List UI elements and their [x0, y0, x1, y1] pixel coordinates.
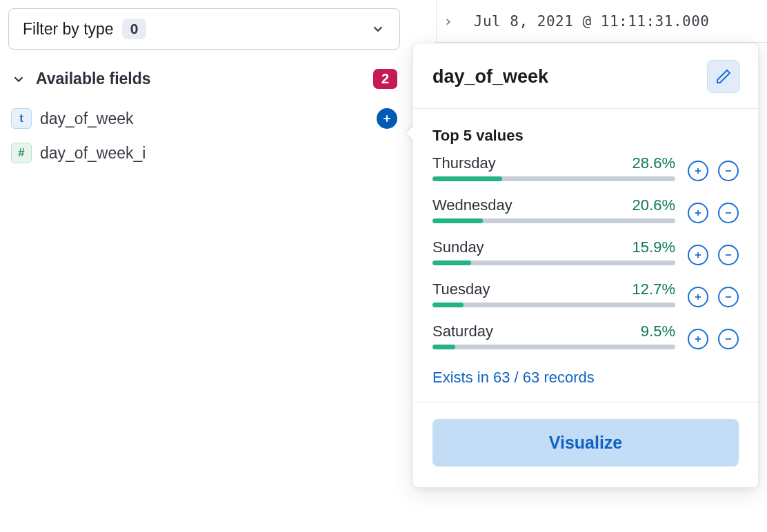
field-item-day_of_week_i[interactable]: #day_of_week_i — [8, 136, 400, 170]
filter-by-type-dropdown[interactable]: Filter by type 0 — [8, 8, 400, 50]
value-bar — [432, 176, 675, 181]
expand-caret-icon[interactable]: › — [444, 12, 453, 30]
minus-icon — [724, 208, 733, 218]
minus-icon — [724, 292, 733, 302]
plus-icon — [693, 292, 703, 302]
value-bar — [432, 345, 675, 349]
filter-out-value-button[interactable] — [718, 161, 739, 181]
top-values-heading: Top 5 values — [432, 127, 739, 145]
value-name: Tuesday — [432, 280, 490, 298]
filter-for-value-button[interactable] — [688, 203, 708, 223]
filter-for-value-button[interactable] — [688, 245, 708, 265]
plus-icon — [693, 166, 703, 176]
available-fields-count-badge: 2 — [373, 69, 397, 89]
chevron-down-icon — [370, 21, 386, 37]
edit-field-button[interactable] — [707, 60, 740, 93]
pencil-icon — [715, 68, 732, 85]
value-bar — [432, 218, 675, 223]
value-percent: 15.9% — [632, 238, 675, 256]
filter-out-value-button[interactable] — [718, 287, 739, 307]
filter-by-type-count-badge: 0 — [122, 19, 147, 39]
field-type-badge: t — [11, 108, 32, 129]
value-row: Wednesday20.6% — [432, 196, 739, 236]
field-item-day_of_week[interactable]: tday_of_week — [8, 101, 400, 136]
minus-icon — [724, 334, 733, 344]
plus-icon — [693, 334, 703, 344]
value-percent: 20.6% — [632, 196, 675, 214]
filter-out-value-button[interactable] — [718, 245, 739, 265]
document-timestamp: Jul 8, 2021 @ 11:11:31.000 — [474, 13, 710, 30]
value-percent: 28.6% — [632, 154, 675, 172]
field-label: day_of_week — [40, 110, 368, 128]
value-name: Saturday — [432, 323, 493, 340]
exists-in-records-link[interactable]: Exists in 63 / 63 records — [432, 369, 595, 387]
value-row: Sunday15.9% — [432, 238, 739, 278]
minus-icon — [724, 166, 733, 176]
value-bar — [432, 260, 675, 265]
filter-for-value-button[interactable] — [688, 329, 708, 349]
popover-arrow — [406, 125, 415, 141]
available-fields-header[interactable]: Available fields 2 — [8, 69, 400, 89]
value-row: Tuesday12.7% — [432, 280, 739, 320]
filter-by-type-label: Filter by type — [23, 20, 114, 39]
value-bar — [432, 303, 675, 307]
plus-icon — [381, 113, 392, 124]
value-row: Thursday28.6% — [432, 154, 739, 194]
field-stats-popover: day_of_week Top 5 values Thursday28.6%We… — [412, 43, 759, 488]
add-field-button[interactable] — [377, 108, 397, 129]
available-fields-title: Available fields — [36, 70, 151, 88]
value-row: Saturday9.5% — [432, 323, 739, 362]
filter-for-value-button[interactable] — [688, 161, 708, 181]
filter-out-value-button[interactable] — [718, 329, 739, 349]
value-percent: 12.7% — [632, 280, 675, 298]
filter-for-value-button[interactable] — [688, 287, 708, 307]
chevron-down-icon — [11, 72, 26, 87]
plus-icon — [693, 208, 703, 218]
value-name: Sunday — [432, 238, 484, 256]
plus-icon — [693, 250, 703, 260]
minus-icon — [724, 250, 733, 260]
value-name: Wednesday — [432, 196, 512, 214]
document-row[interactable]: › Jul 8, 2021 @ 11:11:31.000 — [436, 0, 767, 43]
visualize-button[interactable]: Visualize — [432, 419, 739, 467]
filter-out-value-button[interactable] — [718, 203, 739, 223]
field-type-badge: # — [11, 143, 32, 163]
value-name: Thursday — [432, 154, 496, 172]
popover-field-name: day_of_week — [432, 66, 548, 88]
field-label: day_of_week_i — [40, 144, 397, 163]
value-percent: 9.5% — [641, 323, 675, 340]
